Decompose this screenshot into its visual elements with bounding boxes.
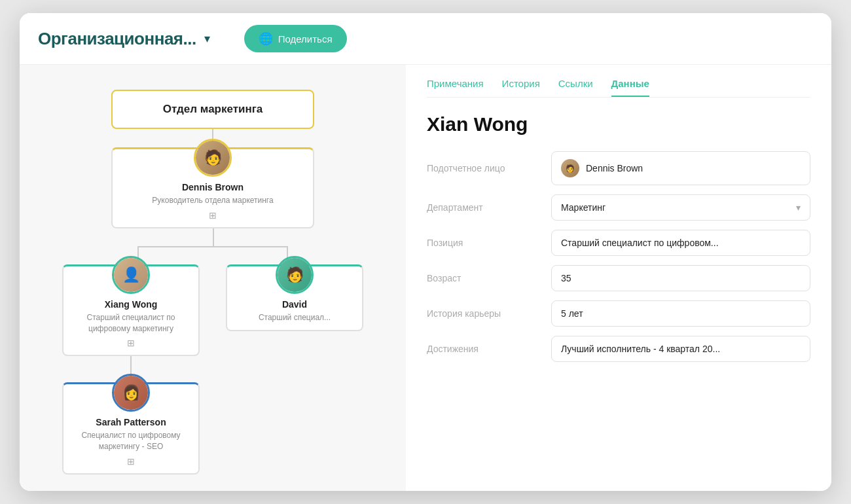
avatar-xiang: 👤 [112,256,150,294]
tab-data[interactable]: Данные [611,78,649,97]
dennis-wrap: 🧑 Dennis Brown Руководитель отдела марке… [111,147,314,228]
field-position: Позиция Старший специалист по цифровом..… [427,230,810,256]
field-achievement-label: Достижения [427,344,538,354]
department-box[interactable]: Отдел маркетинга [111,90,314,129]
children-wrap: 👤 Xiang Wong Старший специалист по цифро… [26,264,399,475]
field-dept: Департамент Маркетинг ▾ [427,194,810,221]
person-card-sarah[interactable]: 👩 Sarah Patterson Специалист по цифровом… [62,382,200,475]
field-age-label: Возраст [427,273,538,283]
field-manager-label: Подотчетное лицо [427,163,538,173]
detail-panel: Примечания История Ссылки Данные Xian Wo… [406,65,831,491]
person-card-xiang[interactable]: 👤 Xiang Wong Старший специалист по цифро… [62,264,200,357]
field-position-value[interactable]: Старший специалист по цифровом... [551,230,810,256]
field-achievement-value[interactable]: Лучший исполнитель - 4 квартал 20... [551,336,810,362]
org-chart-panel: Отдел маркетинга 🧑 Dennis Brown Руководи… [20,65,406,491]
field-manager: Подотчетное лицо 🧑 Dennis Brown [427,151,810,185]
avatar-sarah: 👩 [112,374,150,412]
field-age: Возраст 35 [427,265,810,291]
field-dept-value[interactable]: Маркетинг ▾ [551,194,810,221]
dept-name: Маркетинг [561,202,606,213]
detail-name: Xian Wong [427,113,810,135]
person-card-dennis[interactable]: 🧑 Dennis Brown Руководитель отдела марке… [111,147,314,228]
field-career: История карьеры 5 лет [427,300,810,327]
dennis-name: Dennis Brown [120,182,305,192]
share-label: Поделиться [278,33,333,45]
dennis-role: Руководитель отдела маркетинга [120,195,305,206]
david-name: David [235,299,354,310]
dennis-card-icon: ⊞ [120,210,305,221]
dept-box-wrap: Отдел маркетинга [111,90,314,129]
org-layout: Отдел маркетинга 🧑 Dennis Brown Руководи… [20,78,406,481]
field-position-label: Позиция [427,238,538,248]
xiang-name: Xiang Wong [71,299,190,310]
field-dept-label: Департамент [427,202,538,213]
person-card-david[interactable]: 🧑 David Старший специал... [226,264,363,331]
sarah-role: Специалист по цифровому маркетингу - SEO [71,430,190,452]
sarah-name: Sarah Patterson [71,417,190,427]
field-achievement: Достижения Лучший исполнитель - 4 кварта… [427,336,810,362]
david-col: 🧑 David Старший специал... [223,264,367,475]
avatar-dennis: 🧑 [194,139,232,177]
xiang-card-icon: ⊞ [71,338,190,348]
header: Организационная... ▾ 🌐 Поделиться [20,13,831,65]
tab-links[interactable]: Ссылки [558,78,593,97]
chevron-down-icon: ▾ [796,202,801,213]
dropdown-icon[interactable]: ▾ [204,31,210,46]
manager-mini-avatar: 🧑 [561,159,579,177]
field-career-label: История карьеры [427,308,538,319]
tab-history[interactable]: История [502,78,540,97]
tabs: Примечания История Ссылки Данные [427,78,810,98]
xiang-col: 👤 Xiang Wong Старший специалист по цифро… [59,264,203,475]
department-name: Отдел маркетинга [163,103,263,115]
globe-icon: 🌐 [259,31,273,46]
app-window: Организационная... ▾ 🌐 Поделиться Отдел … [20,13,831,491]
share-button[interactable]: 🌐 Поделиться [244,25,347,52]
avatar-david: 🧑 [276,256,314,294]
app-title: Организационная... [38,29,196,49]
field-manager-value[interactable]: 🧑 Dennis Brown [551,151,810,185]
connector-v-dennis [213,228,214,247]
tab-notes[interactable]: Примечания [427,78,484,97]
manager-name: Dennis Brown [586,163,643,173]
field-career-value[interactable]: 5 лет [551,300,810,327]
field-age-value[interactable]: 35 [551,265,810,291]
main-content: Отдел маркетинга 🧑 Dennis Brown Руководи… [20,65,831,491]
xiang-role: Старший специалист по цифровому маркетин… [71,312,190,334]
sarah-card-icon: ⊞ [71,456,190,467]
david-role: Старший специал... [235,312,354,323]
connector-h-bar [137,246,288,247]
